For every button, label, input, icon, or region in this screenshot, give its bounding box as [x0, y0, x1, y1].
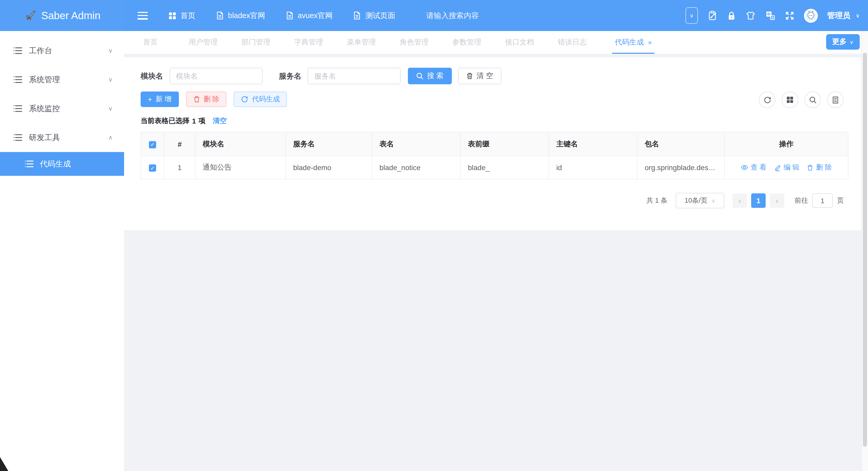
delete-button[interactable]: 删 除 — [186, 92, 227, 107]
code-generate-button[interactable]: 代码生成 — [234, 92, 287, 107]
debug-tool-icon[interactable] — [707, 10, 718, 21]
tab-user-management[interactable]: 用户管理 — [177, 38, 229, 47]
select-all-checkbox[interactable]: ✓ — [149, 141, 156, 148]
scrollbar-thumb[interactable] — [863, 53, 867, 447]
language-translate-icon[interactable]: 中 A — [765, 10, 775, 21]
topnav-item-avuex[interactable]: avuex官网 — [286, 10, 333, 21]
clear-button[interactable]: 清 空 — [458, 68, 501, 84]
pagination-total: 共 1 条 — [647, 196, 668, 205]
tab-code-generation[interactable]: 代码生成 × — [599, 31, 668, 54]
corner-artifact — [0, 457, 8, 471]
tab-home[interactable]: 首页 — [124, 38, 177, 47]
tab-error-log[interactable]: 错误日志 — [546, 38, 599, 47]
col-table-name: 表名 — [372, 132, 460, 156]
search-toggle-icon[interactable] — [804, 92, 821, 108]
active-tab-underline — [612, 53, 654, 54]
list-menu-icon — [13, 47, 22, 54]
trash-icon — [193, 96, 200, 103]
user-name[interactable]: 管理员 — [827, 10, 850, 21]
chevron-down-icon: ∨ — [850, 39, 854, 45]
fullscreen-icon[interactable] — [785, 10, 795, 21]
refresh-icon[interactable] — [759, 92, 775, 108]
svg-text:A: A — [771, 16, 774, 20]
table-header-row: ✓ # 模块名 服务名 表名 表前缀 主键名 包名 操作 — [141, 132, 848, 156]
module-name-input[interactable] — [169, 68, 262, 84]
search-icon — [416, 72, 424, 80]
tabs-more-button[interactable]: 更多 ∨ — [826, 34, 860, 50]
tab-menu-management[interactable]: 菜单管理 — [335, 38, 388, 47]
search-form: 模块名 服务名 搜 索 清 空 — [141, 68, 844, 84]
cell-table-name: blade_notice — [372, 156, 460, 179]
col-table-prefix: 表前缀 — [460, 132, 549, 156]
tab-dept-management[interactable]: 部门管理 — [229, 38, 282, 47]
sidebar-item-code-generation[interactable]: 代码生成 — [0, 152, 124, 176]
document-icon — [353, 11, 361, 20]
topnav-item-bladex[interactable]: bladex官网 — [216, 10, 265, 21]
column-settings-icon[interactable] — [782, 92, 798, 108]
app-header: Saber Admin 首页 bladex官网 — [0, 0, 868, 31]
scrollbar-track[interactable] — [861, 31, 868, 471]
view-link[interactable]: 查 看 — [741, 163, 767, 172]
user-menu-chevron-icon[interactable]: ∨ — [856, 12, 860, 19]
tab-param-management[interactable]: 参数管理 — [440, 38, 493, 47]
edit-link[interactable]: 编 辑 — [774, 163, 800, 172]
top-toolbar: 首页 bladex官网 avuex官网 — [124, 0, 868, 31]
sidebar-item-system-management[interactable]: 系统管理 ∨ — [0, 65, 124, 94]
tab-role-management[interactable]: 角色管理 — [388, 38, 440, 47]
add-button[interactable]: + 新 增 — [141, 92, 179, 107]
user-avatar[interactable] — [804, 8, 818, 23]
app-title: Saber Admin — [41, 9, 100, 22]
cell-index: 1 — [164, 156, 195, 179]
list-menu-icon — [25, 160, 34, 167]
col-package: 包名 — [637, 132, 724, 156]
sidebar-item-system-monitor[interactable]: 系统监控 ∨ — [0, 94, 124, 123]
selection-clear-link[interactable]: 清空 — [213, 116, 227, 126]
tab-dict-management[interactable]: 字典管理 — [282, 38, 335, 47]
col-primary-key: 主键名 — [549, 132, 637, 156]
col-index: # — [164, 132, 195, 156]
chevron-down-icon: ∨ — [712, 198, 715, 203]
prev-page-button[interactable]: ‹ — [733, 193, 747, 208]
row-checkbox[interactable]: ✓ — [149, 164, 156, 171]
table-view-icon[interactable] — [827, 92, 844, 108]
tab-api-docs[interactable]: 接口文档 — [493, 38, 546, 47]
col-service: 服务名 — [286, 132, 372, 156]
sync-icon — [241, 96, 248, 103]
module-name-label: 模块名 — [141, 71, 163, 81]
global-search-input[interactable] — [425, 11, 505, 20]
cell-table-prefix: blade_ — [460, 156, 549, 179]
page-number-1[interactable]: 1 — [751, 193, 766, 208]
topnav-item-testpage[interactable]: 测试页面 — [353, 10, 395, 21]
topnav-item-home[interactable]: 首页 — [168, 10, 195, 21]
plus-icon: + — [148, 95, 152, 103]
list-menu-icon — [13, 105, 22, 112]
lock-icon[interactable] — [727, 10, 736, 21]
sword-logo-icon — [24, 9, 36, 22]
app-root: Saber Admin 首页 bladex官网 — [0, 0, 868, 471]
document-icon — [216, 11, 224, 20]
grid-tools — [759, 92, 844, 108]
delete-link[interactable]: 删 除 — [807, 163, 832, 172]
next-page-button[interactable]: › — [770, 193, 784, 208]
top-menu-style-toggle-icon[interactable]: ∨ — [685, 7, 698, 24]
sidebar: 工作台 ∨ 系统管理 ∨ 系统监控 ∨ — [0, 31, 124, 471]
row-actions: 查 看 编 辑 — [727, 163, 846, 172]
table-row: ✓ 1 通知公告 blade-demo blade_notice blade_ … — [141, 156, 848, 179]
cell-primary-key: id — [549, 156, 637, 179]
search-button[interactable]: 搜 索 — [408, 68, 452, 84]
theme-shirt-icon[interactable] — [745, 11, 756, 20]
menu-collapse-icon[interactable] — [137, 12, 148, 20]
goto-suffix: 页 — [837, 196, 844, 205]
selection-summary: 当前表格已选择 1 项 清空 — [141, 116, 844, 126]
content-card: 模块名 服务名 搜 索 清 空 — [124, 57, 862, 230]
sidebar-item-workbench[interactable]: 工作台 ∨ — [0, 36, 124, 65]
chevron-down-icon: ∨ — [108, 47, 113, 54]
chevron-up-icon: ∧ — [108, 134, 113, 141]
service-name-input[interactable] — [308, 68, 401, 84]
goto-page-input[interactable] — [812, 193, 833, 208]
eye-icon — [741, 164, 748, 170]
close-icon[interactable]: × — [648, 38, 652, 46]
table-toolbar: + 新 增 删 除 代码生成 — [141, 92, 844, 107]
sidebar-item-dev-tools[interactable]: 研发工具 ∧ — [0, 123, 124, 152]
page-size-select[interactable]: 10条/页 ∨ — [676, 193, 724, 208]
